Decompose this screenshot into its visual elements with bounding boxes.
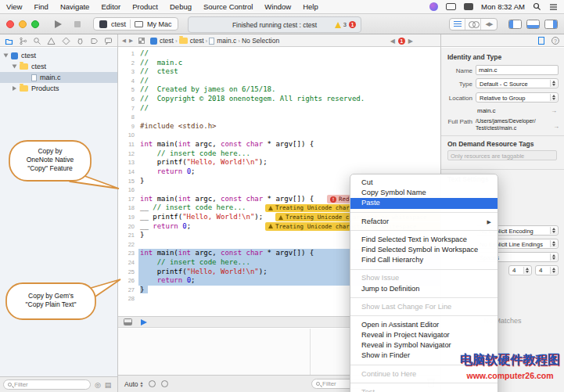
jump-bar[interactable]: ◀ ▶ ctest›ctest›main.c›No Selection ◀ 1 …	[118, 34, 440, 47]
menu-item[interactable]: View	[6, 2, 22, 11]
code-line[interactable]: 11int main(int argc, const char * argv[]…	[118, 140, 440, 149]
code-text[interactable]	[138, 113, 440, 122]
related-items-icon[interactable]	[138, 38, 145, 44]
menu-item[interactable]: Help	[303, 2, 318, 11]
input-source-icon[interactable]	[464, 3, 473, 10]
code-text[interactable]: #include <stdio.h>	[138, 122, 440, 131]
code-line[interactable]: 5// Created by james on 6/15/18.	[118, 85, 440, 95]
code-line[interactable]: 3// ctest	[118, 67, 440, 77]
search-navigator-tab-icon[interactable]	[33, 37, 41, 45]
code-text[interactable]: // insert code here...	[138, 149, 440, 159]
code-line[interactable]: 1//	[118, 49, 440, 59]
assistant-editor-button[interactable]	[465, 19, 481, 30]
code-line[interactable]: 9#include <stdio.h>	[118, 122, 440, 131]
quick-help-tab-icon[interactable]: ?	[551, 37, 559, 45]
source-control-status-icon[interactable]: ▤	[105, 381, 112, 389]
code-text[interactable]: printf("Hello, World!\n");	[138, 158, 440, 167]
stop-button[interactable]	[74, 21, 81, 27]
next-issue-button[interactable]: ▶	[408, 38, 413, 45]
navigator-row[interactable]: ctest	[0, 61, 117, 72]
context-menu-item[interactable]: Cut	[350, 178, 498, 188]
source-control-navigator-tab-icon[interactable]	[19, 37, 27, 45]
scheme-name[interactable]: ctest	[111, 20, 126, 28]
menu-item[interactable]: Window	[264, 2, 291, 11]
scheme-selector[interactable]: ctest My Mac	[93, 17, 178, 31]
screen-mirroring-icon[interactable]	[446, 3, 456, 10]
code-line[interactable]: 6// Copyright © 2018 onenotegem. All rig…	[118, 95, 440, 104]
continue-execution-icon[interactable]	[141, 319, 147, 325]
issue-navigator-tab-icon[interactable]	[47, 37, 56, 45]
code-line[interactable]: 8	[118, 113, 440, 122]
debug-navigator-tab-icon[interactable]	[76, 37, 84, 45]
context-menu-item[interactable]: Reveal in Symbol Navigator	[350, 340, 498, 351]
context-menu-item[interactable]: Jump to Definition	[350, 284, 498, 294]
code-text[interactable]: // ctest	[138, 67, 440, 77]
debug-split-divider[interactable]	[310, 329, 311, 375]
context-menu-item[interactable]: Copy Symbol Name	[350, 188, 498, 198]
locate-file-icon[interactable]: →	[551, 107, 557, 114]
code-text[interactable]	[138, 131, 440, 140]
menu-item[interactable]: Find	[34, 2, 48, 11]
zoom-button[interactable]	[31, 20, 39, 28]
run-button[interactable]	[55, 20, 62, 28]
context-menu-item[interactable]: Paste	[350, 198, 498, 208]
memory-view-icon[interactable]	[161, 380, 168, 387]
file-inspector-tab-icon[interactable]	[538, 37, 544, 45]
code-text[interactable]: //	[138, 49, 440, 59]
siri-icon[interactable]	[429, 2, 438, 11]
previous-issue-button[interactable]: ◀	[390, 38, 395, 45]
debug-area-toggle-button[interactable]	[526, 20, 540, 29]
menu-bar-clock[interactable]: Mon 8:32 AM	[481, 2, 525, 11]
locate-path-icon[interactable]: →	[553, 123, 559, 130]
disclosure-icon[interactable]	[13, 65, 17, 69]
tab-width-stepper[interactable]: 4	[508, 265, 532, 275]
code-text[interactable]: int main(int argc, const char * argv[]) …	[138, 140, 440, 149]
standard-editor-button[interactable]	[450, 19, 465, 30]
code-line[interactable]: 10	[118, 131, 440, 140]
project-navigator-tab-icon[interactable]	[5, 37, 13, 45]
context-menu-item[interactable]: Find Selected Symbol in Workspace	[350, 245, 498, 255]
code-text[interactable]: // Created by james on 6/15/18.	[138, 85, 440, 95]
activity-viewer[interactable]: Finished running ctest : ctest 3 1	[188, 16, 361, 33]
issue-badges[interactable]: 3 1	[335, 21, 356, 28]
forward-button[interactable]: ▶	[129, 38, 133, 44]
debug-area-pane-icon[interactable]	[124, 318, 132, 325]
breadcrumb-item[interactable]: ctest	[179, 37, 204, 45]
navigator-row[interactable]: Products	[0, 83, 117, 94]
code-text[interactable]: //	[138, 104, 440, 113]
indent-width-stepper[interactable]: 4	[535, 265, 559, 275]
minimize-button[interactable]	[19, 20, 27, 28]
variables-view-icon[interactable]	[149, 380, 156, 387]
inspector-toggle-button[interactable]	[544, 20, 558, 29]
context-menu-item[interactable]: Refactor▶	[350, 217, 498, 227]
code-line[interactable]: 12 // insert code here...	[118, 149, 440, 159]
code-line[interactable]: 13 printf("Hello, World!\n");	[118, 158, 440, 167]
destination-name[interactable]: My Mac	[147, 20, 172, 28]
menu-item[interactable]: Editor	[101, 2, 120, 11]
recent-files-icon[interactable]: ◎	[95, 381, 101, 389]
code-text[interactable]: // main.c	[138, 59, 440, 68]
version-editor-button[interactable]: ◀▶	[481, 19, 497, 30]
code-text[interactable]: // Copyright © 2018 onenotegem. All righ…	[138, 95, 440, 104]
type-dropdown[interactable]: Default - C Source	[476, 78, 559, 88]
code-line[interactable]: 2// main.c	[118, 59, 440, 68]
code-text[interactable]: //	[138, 77, 440, 86]
context-menu-item[interactable]: Find Selected Text in Workspace	[350, 235, 498, 245]
disclosure-icon[interactable]	[13, 86, 16, 91]
disclosure-icon[interactable]	[4, 54, 9, 58]
close-button[interactable]	[6, 20, 14, 28]
breakpoint-navigator-tab-icon[interactable]	[90, 37, 99, 45]
breadcrumb-item[interactable]: main.c	[209, 37, 236, 45]
navigator-row[interactable]: main.c	[0, 72, 117, 83]
menu-item[interactable]: Source Control	[203, 2, 253, 11]
resource-tags-field[interactable]: Only resources are taggable	[447, 150, 557, 160]
test-navigator-tab-icon[interactable]	[62, 37, 70, 45]
name-field[interactable]: main.c	[476, 65, 559, 75]
context-menu-item[interactable]: Find Call Hierarchy	[350, 255, 498, 265]
context-menu-item[interactable]: Open in Assistant Editor	[350, 320, 498, 330]
code-line[interactable]: 7//	[118, 104, 440, 113]
code-line[interactable]: 4//	[118, 77, 440, 86]
report-navigator-tab-icon[interactable]	[104, 37, 113, 45]
variables-view-scope-dropdown[interactable]: Auto ▲▼	[124, 380, 143, 388]
breadcrumb-item[interactable]: ctest	[150, 37, 174, 45]
